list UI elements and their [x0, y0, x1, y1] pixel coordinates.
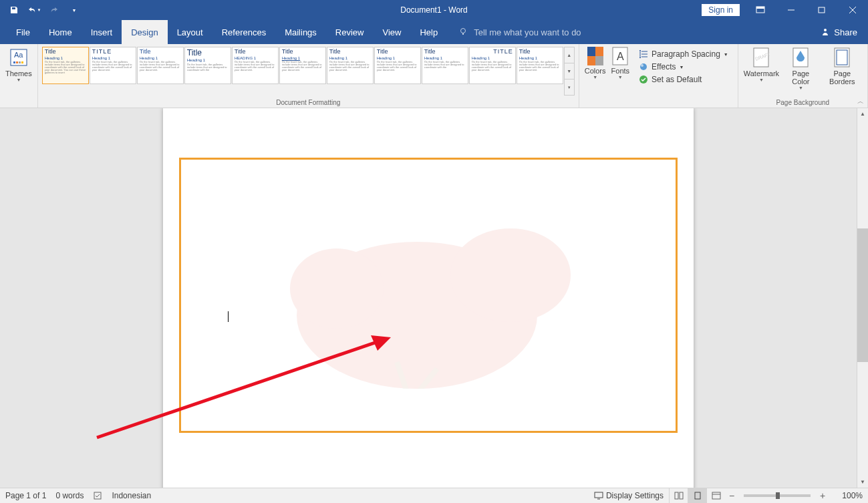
page-color-button[interactable]: Page Color ▼ — [782, 45, 820, 96]
minimize-button[interactable] — [776, 0, 807, 20]
collapse-ribbon-button[interactable]: ︿ — [857, 97, 864, 106]
share-icon — [821, 27, 830, 37]
close-button[interactable] — [837, 0, 868, 20]
themes-group: Aa Themes ▼ — [0, 44, 38, 108]
read-mode-button[interactable] — [669, 488, 688, 504]
tab-view[interactable]: View — [373, 20, 410, 44]
gallery-scroll-up[interactable]: ▲ — [565, 47, 574, 63]
tab-references[interactable]: References — [212, 20, 275, 44]
style-thumb[interactable]: TitleHeading 1On the Insert tab, the gal… — [137, 47, 184, 84]
save-button[interactable] — [5, 1, 23, 19]
themes-button[interactable]: Aa Themes ▼ — [3, 45, 35, 96]
spellcheck-button[interactable] — [93, 491, 102, 500]
style-thumb[interactable]: TitleHeading 1On the Insert tab, the gal… — [184, 47, 231, 84]
style-thumb[interactable]: TitleHeading 1On the Insert tab, the gal… — [42, 47, 89, 84]
style-thumb[interactable]: TitleHeading 1On the Insert tab, the gal… — [279, 47, 326, 84]
lightbulb-icon — [459, 27, 468, 37]
gallery-expand[interactable]: ▾ — [565, 79, 574, 95]
style-thumb[interactable]: TitleHeading 1On the Insert tab, the gal… — [374, 47, 421, 84]
scroll-up-button[interactable]: ▲ — [857, 108, 868, 120]
document-formatting-group: TitleHeading 1On the Insert tab, the gal… — [38, 44, 579, 108]
window-title: Document1 - Word — [400, 5, 467, 15]
svg-rect-13 — [21, 61, 23, 63]
svg-point-25 — [641, 64, 643, 67]
set-as-default-button[interactable]: Set as Default — [636, 73, 731, 86]
share-button[interactable]: Share — [810, 20, 868, 44]
tab-file[interactable]: File — [7, 20, 39, 44]
print-layout-button[interactable] — [688, 488, 706, 504]
check-circle-icon — [639, 75, 648, 84]
ribbon-display-options-button[interactable] — [745, 0, 776, 20]
tab-mailings[interactable]: Mailings — [275, 20, 326, 44]
tab-layout[interactable]: Layout — [168, 20, 212, 44]
group-label: Page Background — [776, 99, 830, 106]
style-thumb[interactable]: TitleHeading 1On the Insert tab, the gal… — [327, 47, 374, 84]
svg-text:Aa: Aa — [14, 51, 23, 59]
maximize-button[interactable] — [807, 0, 837, 20]
monitor-icon — [594, 491, 603, 500]
gallery-scroll-down[interactable]: ▼ — [565, 63, 574, 79]
paragraph-spacing-icon — [639, 49, 648, 59]
themes-icon: Aa — [8, 47, 29, 68]
tab-review[interactable]: Review — [326, 20, 374, 44]
page-count[interactable]: Page 1 of 1 — [5, 491, 46, 500]
svg-rect-40 — [675, 492, 678, 499]
tab-insert[interactable]: Insert — [82, 20, 122, 44]
scroll-thumb[interactable] — [857, 228, 868, 362]
svg-rect-38 — [595, 492, 603, 498]
watermark-button[interactable]: DRAFT Watermark ▼ — [741, 45, 782, 96]
page-background-group: DRAFT Watermark ▼ Page Color ▼ Page Bord… — [738, 44, 868, 108]
vertical-scrollbar[interactable]: ▲ ▼ — [857, 108, 868, 488]
style-thumb[interactable]: TitleHeading 1On the Insert tab, the gal… — [422, 47, 468, 84]
display-settings-button[interactable]: Display Settings — [594, 491, 664, 500]
tellme-search[interactable] — [459, 20, 634, 44]
style-thumb[interactable]: TITLEHeading 1On the Insert tab, the gal… — [469, 47, 516, 84]
tellme-input[interactable] — [474, 27, 634, 37]
undo-button[interactable]: ▼ — [25, 1, 43, 19]
ribbon: Aa Themes ▼ TitleHeading 1On the Insert … — [0, 44, 868, 108]
svg-rect-11 — [16, 61, 18, 63]
zoom-slider[interactable] — [744, 494, 811, 497]
save-icon — [9, 5, 19, 15]
style-thumb[interactable]: TitleHeading 1On the Insert tab, the gal… — [517, 47, 563, 84]
group-label: Document Formatting — [276, 99, 340, 106]
language-button[interactable]: Indonesian — [112, 491, 151, 500]
tab-help[interactable]: Help — [410, 20, 447, 44]
zoom-in-button[interactable]: + — [816, 490, 829, 501]
paragraph-spacing-button[interactable]: Paragraph Spacing ▼ — [636, 48, 731, 60]
text-cursor — [228, 311, 229, 322]
statusbar: Page 1 of 1 0 words Indonesian Display S… — [0, 488, 868, 503]
scroll-down-button[interactable]: ▼ — [857, 476, 868, 488]
titlebar: ▼ ▼ Document1 - Word Sign in — [0, 0, 868, 20]
watermark-icon: DRAFT — [752, 47, 770, 68]
gallery-scroll: ▲ ▼ ▾ — [564, 47, 575, 96]
print-layout-icon — [693, 492, 702, 500]
colors-button[interactable]: Colors ▼ — [582, 45, 609, 96]
fonts-button[interactable]: A Fonts ▼ — [609, 45, 633, 96]
effects-button[interactable]: Effects ▼ — [636, 61, 731, 73]
svg-point-24 — [640, 63, 647, 70]
page-borders-button[interactable]: Page Borders — [820, 45, 865, 96]
zoom-out-button[interactable]: − — [725, 490, 738, 501]
tab-design[interactable]: Design — [122, 20, 167, 44]
redo-button[interactable] — [45, 1, 63, 19]
svg-rect-14 — [587, 47, 595, 56]
svg-point-6 — [461, 29, 466, 33]
minimize-icon — [787, 6, 795, 14]
themes-label: Themes — [5, 69, 32, 77]
signin-button[interactable]: Sign in — [702, 4, 740, 16]
web-layout-icon — [712, 492, 721, 500]
page[interactable] — [163, 108, 694, 488]
tab-home[interactable]: Home — [39, 20, 82, 44]
fonts-icon: A — [612, 47, 628, 65]
zoom-level[interactable]: 100% — [833, 491, 863, 500]
undo-icon — [27, 5, 37, 15]
web-layout-button[interactable] — [706, 488, 725, 504]
word-count[interactable]: 0 words — [55, 491, 84, 500]
style-thumb[interactable]: TITLEHeading 1On the Insert tab, the gal… — [90, 47, 136, 84]
page-borders-icon — [833, 47, 851, 68]
document-workspace[interactable] — [0, 108, 857, 488]
style-thumb[interactable]: TitleHEADING 1On the Insert tab, the gal… — [232, 47, 279, 84]
qat-customize-button[interactable]: ▼ — [65, 1, 83, 19]
zoom-slider-thumb[interactable] — [776, 492, 780, 499]
